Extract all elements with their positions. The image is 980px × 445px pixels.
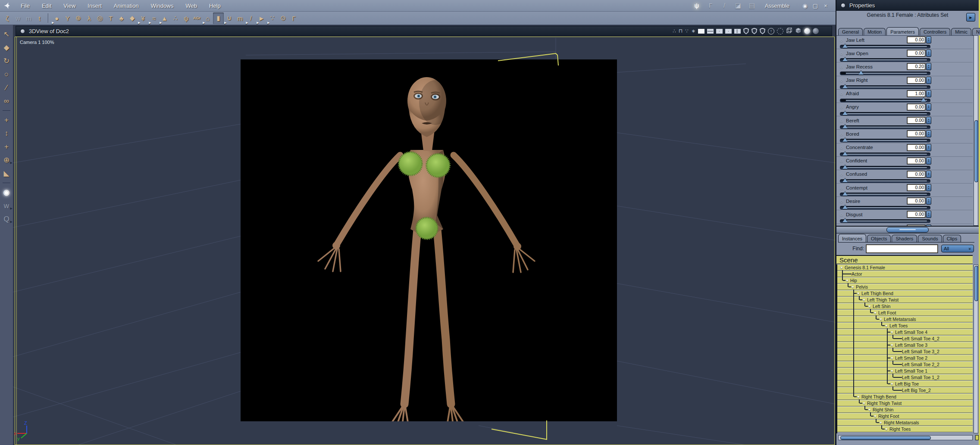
parameter-slider[interactable]: [840, 219, 930, 223]
tree-row[interactable]: Left Small Toe 4_2: [837, 336, 973, 342]
tree-row[interactable]: ▼Left Thigh Twist: [837, 297, 973, 303]
zoom-view-tool[interactable]: Q▶: [0, 212, 13, 226]
menu-web[interactable]: Web: [179, 3, 203, 9]
tree-row[interactable]: ▼Left Small Toe 3: [837, 342, 973, 348]
room-assemble-icon[interactable]: ψ: [692, 2, 701, 9]
slider-thumb[interactable]: [842, 165, 848, 169]
slider-thumb[interactable]: [842, 152, 848, 156]
expander-icon[interactable]: ▼: [862, 298, 866, 302]
find-filter-dropdown[interactable]: All»: [941, 245, 974, 252]
tree-row[interactable]: Left Small Toe 1_2: [837, 374, 973, 380]
parameter-slider[interactable]: [840, 206, 930, 210]
value-stepper[interactable]: ▲▼: [926, 211, 931, 218]
tree-row[interactable]: Left Small Toe 2_2: [837, 361, 973, 367]
tab-nla[interactable]: NLA: [972, 28, 980, 35]
parameter-slider[interactable]: [840, 179, 930, 183]
insert-crown[interactable]: ∪▶: [224, 12, 235, 24]
expander-icon[interactable]: ▼: [890, 356, 894, 360]
parameter-value-input[interactable]: 0.00: [907, 144, 925, 151]
gear-icon[interactable]: ☼: [839, 64, 844, 70]
scrollbar-thumb[interactable]: [974, 120, 978, 182]
tab-general[interactable]: General: [838, 28, 863, 35]
properties-titlebar[interactable]: Properties: [836, 0, 979, 11]
eye-toggle-icon[interactable]: ◉: [801, 3, 809, 9]
ring-tool[interactable]: ○: [0, 68, 13, 81]
gear-icon[interactable]: ☼: [839, 104, 844, 110]
tab-motion[interactable]: Motion: [864, 28, 886, 35]
working-box-tool[interactable]: ◣: [0, 167, 13, 180]
parameter-value-input[interactable]: 0.00: [907, 117, 925, 124]
tree-row[interactable]: ▼Genesis 8.1 Female: [837, 265, 973, 271]
parameter-slider[interactable]: [840, 45, 930, 49]
parameter-value-input[interactable]: 0.00: [907, 211, 925, 218]
parameter-slider[interactable]: [840, 58, 930, 62]
parameter-value-input[interactable]: 0.00: [907, 37, 925, 43]
finger-pose-tool[interactable]: t: [34, 12, 45, 24]
parameter-slider[interactable]: [840, 139, 930, 143]
tree-row[interactable]: ▼Right Shin: [837, 407, 973, 413]
insert-sphere[interactable]: ●▶: [51, 12, 62, 24]
value-stepper[interactable]: ▲▼: [926, 197, 931, 205]
slider-thumb[interactable]: [842, 111, 848, 115]
tree-row[interactable]: ▼Left Small Toe 1: [837, 368, 973, 374]
pose-hand-tool[interactable]: m: [23, 12, 34, 24]
expander-icon[interactable]: ▼: [890, 369, 894, 373]
select-tool[interactable]: ↖: [0, 28, 13, 41]
value-stepper[interactable]: ▲▼: [926, 77, 931, 84]
value-stepper[interactable]: ▲▼: [926, 103, 931, 111]
menu-edit[interactable]: Edit: [36, 3, 57, 9]
tree-row[interactable]: Left Small Toe 3_2: [837, 349, 973, 355]
scrollbar-thumb[interactable]: [974, 266, 978, 301]
move-tool[interactable]: +: [0, 113, 13, 127]
insert-magnet[interactable]: ◎: [94, 12, 105, 24]
parameters-scrollbar[interactable]: [974, 35, 978, 226]
tree-row[interactable]: ▼Left Foot: [837, 310, 973, 316]
expander-icon[interactable]: ▼: [890, 382, 894, 386]
expander-icon[interactable]: ▼: [890, 343, 894, 347]
parameter-slider[interactable]: [840, 152, 930, 156]
value-stepper[interactable]: ▲▼: [926, 171, 931, 178]
value-stepper[interactable]: ▲▼: [926, 63, 931, 70]
value-stepper[interactable]: ▲▼: [926, 157, 931, 165]
gear-icon[interactable]: ☼: [839, 171, 844, 177]
gear-icon[interactable]: ☼: [839, 198, 844, 204]
expander-icon[interactable]: ▼: [879, 317, 883, 321]
tab-instances[interactable]: Instances: [838, 234, 866, 242]
pan-hand-tool[interactable]: w: [13, 12, 23, 24]
insert-text[interactable]: T: [105, 12, 116, 24]
gear-icon[interactable]: ☼: [839, 185, 844, 191]
tree-row[interactable]: Left Big Toe_2: [837, 387, 973, 393]
tree-row[interactable]: ▼Right Toes: [837, 426, 973, 432]
value-stepper[interactable]: ▲▼: [926, 90, 931, 97]
slider-thumb[interactable]: [842, 138, 848, 142]
rotate-tool[interactable]: ↻: [0, 54, 13, 68]
value-stepper[interactable]: ▲▼: [926, 50, 931, 57]
insert-capsule[interactable]: ▮: [213, 12, 224, 24]
tree-scrollbar[interactable]: [974, 265, 978, 433]
gear-icon[interactable]: ☼: [839, 144, 844, 150]
menu-animation[interactable]: Animation: [108, 3, 145, 9]
insert-rock[interactable]: ∴: [170, 12, 181, 24]
move-plane-tool[interactable]: +: [0, 140, 13, 153]
expander-icon[interactable]: ▼: [840, 266, 843, 270]
room-texture-icon[interactable]: /: [720, 2, 729, 9]
insert-figure[interactable]: λ: [84, 12, 94, 24]
parameter-value-input[interactable]: 0.00: [907, 184, 925, 191]
gear-icon[interactable]: ☼: [839, 131, 844, 137]
slider-thumb[interactable]: [842, 124, 848, 128]
expander-icon[interactable]: ▼: [868, 305, 871, 308]
value-stepper[interactable]: ▲▼: [926, 117, 931, 124]
parameter-value-input[interactable]: 0.00: [907, 50, 925, 56]
menu-file[interactable]: File: [15, 3, 36, 9]
menu-help[interactable]: Help: [203, 3, 227, 9]
pan-view-tool[interactable]: w▶: [0, 199, 13, 212]
insert-globe[interactable]: ⊕: [73, 12, 84, 24]
value-stepper[interactable]: ▲▼: [926, 144, 931, 151]
expander-icon[interactable]: ▼: [857, 292, 860, 296]
value-stepper[interactable]: ▲▼: [926, 184, 931, 191]
tree-row[interactable]: ▼Pelvis: [837, 284, 973, 290]
scene-root-header[interactable]: Scene: [836, 255, 973, 264]
panel-splitter[interactable]: [836, 226, 979, 233]
parameter-value-input[interactable]: 0.00: [907, 171, 925, 177]
probe-tool[interactable]: ⁄: [0, 81, 13, 94]
